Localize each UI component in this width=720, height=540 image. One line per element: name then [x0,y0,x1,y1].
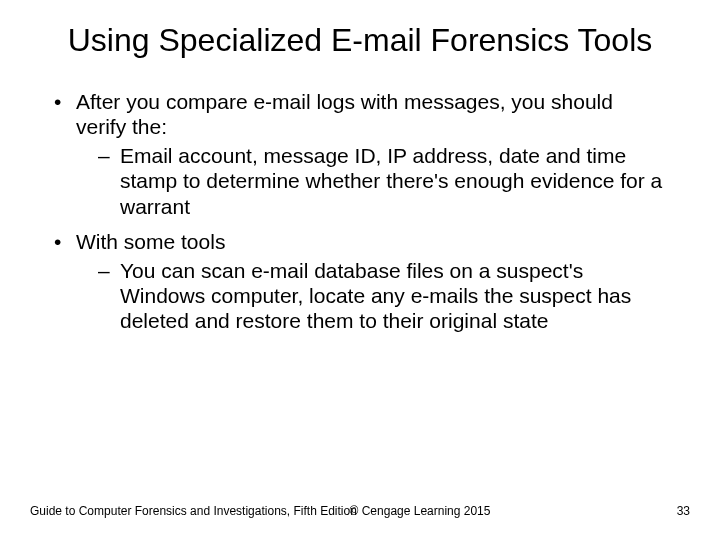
list-item: With some tools You can scan e-mail data… [52,229,668,334]
sub-list: Email account, message ID, IP address, d… [76,143,668,219]
list-item: Email account, message ID, IP address, d… [76,143,668,219]
bullet-text: After you compare e-mail logs with messa… [76,90,613,138]
footer-page-number: 33 [677,504,690,518]
slide-body: After you compare e-mail logs with messa… [0,59,720,334]
sub-bullet-text: You can scan e-mail database files on a … [120,259,631,332]
sub-list: You can scan e-mail database files on a … [76,258,668,334]
footer-copyright: © Cengage Learning 2015 [0,504,720,518]
slide: Using Specialized E-mail Forensics Tools… [0,0,720,540]
list-item: You can scan e-mail database files on a … [76,258,668,334]
bullet-text: With some tools [76,230,225,253]
bullet-list: After you compare e-mail logs with messa… [52,89,668,334]
sub-bullet-text: Email account, message ID, IP address, d… [120,144,662,217]
list-item: After you compare e-mail logs with messa… [52,89,668,219]
slide-title: Using Specialized E-mail Forensics Tools [0,0,720,59]
